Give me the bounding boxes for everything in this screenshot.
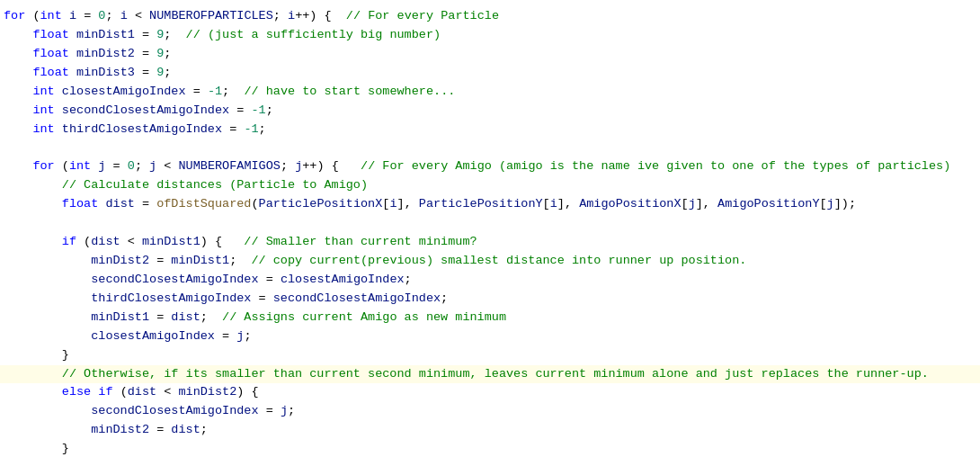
- param-amigopositiony: AmigoPositionY: [717, 195, 819, 214]
- num-9-3: 9: [156, 64, 164, 83]
- num-neg1-3: -1: [244, 121, 258, 139]
- keyword-for-2: for: [32, 157, 54, 176]
- keyword-int-1: int: [40, 7, 62, 26]
- comment-1: // For every Particle: [346, 7, 499, 26]
- var-mindist2-assign2: minDist2: [91, 421, 149, 440]
- code-line-7: int thirdClosestAmigoIndex = -1;: [0, 121, 980, 139]
- code-line-1: for (int i = 0; i < NUMBEROFPARTICLES; i…: [0, 7, 980, 26]
- keyword-if-2: if: [98, 383, 112, 402]
- fn-ofdistsquared: ofDistSquared: [156, 195, 251, 214]
- code-line-20: // Otherwise, if its smaller than curren…: [0, 365, 980, 384]
- var-mindist1-1: minDist1: [142, 233, 200, 252]
- code-line-24: }: [0, 440, 980, 457]
- var-mindist3-decl: minDist3: [76, 64, 135, 83]
- code-line-9: for (int j = 0; j < NUMBEROFAMIGOS; j++)…: [0, 157, 980, 176]
- comment-7: // copy current(previous) smallest dista…: [251, 252, 746, 271]
- keyword-for-1: for: [4, 7, 25, 26]
- code-line-17: minDist1 = dist; // Assigns current Amig…: [0, 309, 980, 327]
- code-line-15: secondClosestAmigoIndex = closestAmigoIn…: [0, 271, 980, 290]
- code-line-13: if (dist < minDist1) { // Smaller than c…: [0, 233, 980, 252]
- keyword-float-3: float: [32, 64, 69, 83]
- comment-6: // Smaller than current minimum?: [244, 233, 477, 252]
- code-line-22: secondClosestAmigoIndex = j;: [0, 402, 980, 421]
- var-mindist2-cmp: minDist2: [178, 383, 236, 402]
- comment-9: // Otherwise, if its smaller than curren…: [62, 365, 929, 384]
- code-line-11: float dist = ofDistSquared(ParticlePosit…: [0, 195, 980, 214]
- param-amigopositionx: AmigoPositionX: [579, 195, 681, 214]
- code-line-21: else if (dist < minDist2) {: [0, 383, 980, 402]
- keyword-float-1: float: [32, 26, 69, 45]
- code-line-8: [0, 139, 980, 157]
- var-mindist2-assign: minDist2: [91, 252, 149, 271]
- keyword-int-3: int: [32, 102, 54, 121]
- param-particlepositiony: ParticlePositionY: [419, 195, 543, 214]
- keyword-int-4: int: [32, 121, 54, 139]
- var-j-1: j: [98, 157, 105, 176]
- var-numberofamigos: NUMBEROFAMIGOS: [179, 157, 281, 176]
- var-secondclosest-ref: secondClosestAmigoIndex: [273, 290, 441, 309]
- var-dist-4: dist: [171, 421, 200, 440]
- var-mindist1-decl: minDist1: [76, 26, 135, 45]
- code-line-23: minDist2 = dist;: [0, 421, 980, 440]
- keyword-int-2: int: [32, 83, 54, 102]
- code-line-3: float minDist2 = 9;: [0, 45, 980, 64]
- num-0-2: 0: [128, 157, 135, 176]
- keyword-int-5: int: [69, 157, 91, 176]
- keyword-float-2: float: [32, 45, 69, 64]
- var-dist-decl: dist: [105, 195, 134, 214]
- var-mindist2-decl: minDist2: [76, 45, 135, 64]
- comment-4: // For every Amigo (amigo is the name iv…: [361, 157, 950, 176]
- num-neg1-2: -1: [251, 102, 265, 121]
- num-9-2: 9: [156, 45, 164, 64]
- var-secondclosest-assign2: secondClosestAmigoIndex: [91, 402, 258, 421]
- keyword-if-1: if: [62, 233, 76, 252]
- var-j-2: j: [236, 327, 244, 346]
- num-neg1-1: -1: [208, 83, 222, 102]
- num-9-1: 9: [156, 26, 164, 45]
- var-mindist1-2: minDist1: [171, 252, 229, 271]
- var-secondclosest-decl: secondClosestAmigoIndex: [62, 102, 229, 121]
- code-editor: for (int i = 0; i < NUMBEROFPARTICLES; i…: [0, 0, 980, 457]
- code-line-18: closestAmigoIndex = j;: [0, 327, 980, 346]
- code-line-12: [0, 214, 980, 233]
- var-mindist1-assign: minDist1: [91, 309, 149, 327]
- keyword-else: else: [62, 383, 91, 402]
- keyword-float-4: float: [62, 195, 99, 214]
- var-closestamigo-decl: closestAmigoIndex: [62, 83, 186, 102]
- code-line-4: float minDist3 = 9;: [0, 64, 980, 83]
- var-thirdclosest-assign: thirdClosestAmigoIndex: [91, 290, 251, 309]
- var-j-3: j: [281, 402, 288, 421]
- var-secondclosest-assign: secondClosestAmigoIndex: [91, 271, 258, 290]
- comment-2: // (just a sufficiently big number): [186, 26, 441, 45]
- code-line-2: float minDist1 = 9; // (just a sufficien…: [0, 26, 980, 45]
- code-line-19: }: [0, 346, 980, 365]
- var-i-1: i: [69, 7, 76, 26]
- code-line-6: int secondClosestAmigoIndex = -1;: [0, 102, 980, 121]
- comment-3: // have to start somewhere...: [244, 83, 455, 102]
- var-dist-3: dist: [128, 383, 156, 402]
- var-dist-1: dist: [91, 233, 120, 252]
- code-line-14: minDist2 = minDist1; // copy current(pre…: [0, 252, 980, 271]
- var-numberofparticles: NUMBEROFPARTICLES: [149, 7, 273, 26]
- comment-5: // Calculate distances (Particle to Amig…: [62, 176, 368, 195]
- var-dist-2: dist: [171, 309, 200, 327]
- var-thirdclosest-decl: thirdClosestAmigoIndex: [62, 121, 222, 139]
- paren-open-1: (: [25, 7, 40, 26]
- code-line-5: int closestAmigoIndex = -1; // have to s…: [0, 83, 980, 102]
- comment-8: // Assigns current Amigo as new minimum: [222, 309, 506, 327]
- code-line-10: // Calculate distances (Particle to Amig…: [0, 176, 980, 195]
- var-closestamigo-ref: closestAmigoIndex: [281, 271, 405, 290]
- num-0-1: 0: [98, 7, 105, 26]
- var-closestamigo-assign: closestAmigoIndex: [91, 327, 215, 346]
- param-particlepositionx: ParticlePositionX: [259, 195, 383, 214]
- code-line-16: thirdClosestAmigoIndex = secondClosestAm…: [0, 290, 980, 309]
